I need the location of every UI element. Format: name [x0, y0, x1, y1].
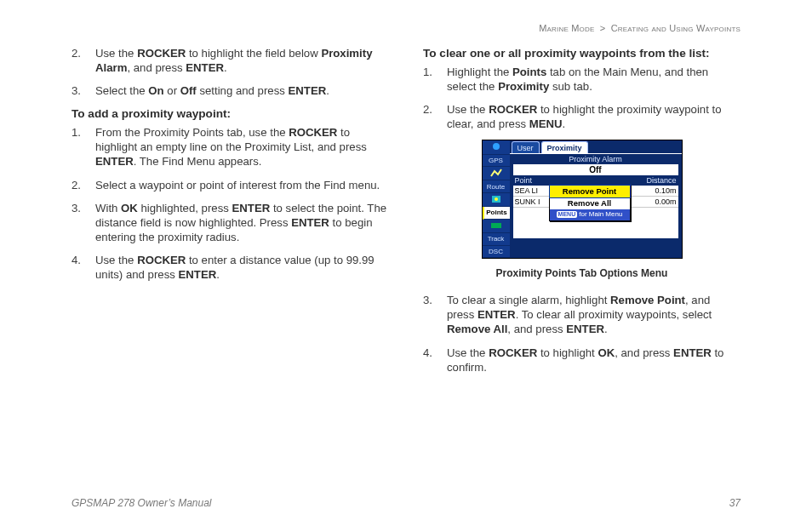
step-text: Use the ROCKER to enter a distance value…	[95, 254, 375, 281]
list-item: 4.Use the ROCKER to highlight OK, and pr…	[423, 346, 741, 374]
step-text: Use the ROCKER to highlight the field be…	[95, 47, 372, 74]
pre-steps: 2.Use the ROCKER to highlight the field …	[71, 46, 389, 98]
list-item: 1.Highlight the Points tab on the Main M…	[423, 65, 741, 94]
step-text: Use the ROCKER to highlight the proximit…	[447, 103, 722, 130]
route-tab-label: Route	[483, 180, 510, 193]
list-item: 4.Use the ROCKER to enter a distance val…	[71, 253, 389, 282]
manual-page: { "header": { "left": "Marine Mode", "se…	[0, 0, 812, 526]
list-item: 2.Use the ROCKER to highlight the proxim…	[423, 102, 741, 131]
track-icon	[483, 220, 510, 233]
device-left-tabs: GPS Route Points Track DSC	[483, 140, 510, 258]
points-icon	[483, 193, 510, 207]
cell-point: SUNK I	[515, 197, 540, 207]
cell-point: SEA LI	[515, 186, 539, 196]
running-header: Marine Mode > Creating and Using Waypoin…	[539, 22, 741, 34]
hint-text: for Main Menu	[579, 210, 622, 218]
list-item: 2.Select a waypoint or point of interest…	[71, 178, 389, 192]
clear-steps-b: 3.To clear a single alarm, highlight Rem…	[423, 293, 741, 374]
context-menu: Remove Point Remove All MENUfor Main Men…	[549, 185, 631, 220]
step-text: Select the On or Off setting and press E…	[95, 84, 329, 97]
step-text: Use the ROCKER to highlight OK, and pres…	[447, 346, 723, 374]
left-column: 2.Use the ROCKER to highlight the field …	[71, 46, 389, 478]
step-text: Select a waypoint or point of interest f…	[95, 179, 380, 192]
svg-point-0	[493, 143, 500, 150]
menu-item-remove-all: Remove All	[550, 197, 630, 209]
step-text: To clear a single alarm, highlight Remov…	[447, 294, 712, 335]
track-tab-label: Track	[483, 233, 510, 246]
heading-clear-prox: To clear one or all proximity waypoints …	[423, 46, 741, 61]
list-item: 1.From the Proximity Points tab, use the…	[71, 125, 389, 169]
prox-alarm-label: Proximity Alarm	[510, 154, 682, 164]
hint-button-label: MENU	[557, 211, 578, 218]
col-point: Point	[515, 176, 533, 186]
step-text: From the Proximity Points tab, use the R…	[95, 126, 367, 168]
gps-tab-label: GPS	[483, 155, 510, 168]
svg-rect-3	[491, 223, 501, 228]
prox-alarm-value: Off	[513, 164, 678, 175]
right-column: To clear one or all proximity waypoints …	[423, 46, 741, 478]
list-item: 3.With OK highlighted, press ENTER to se…	[71, 201, 389, 244]
footer-title: GPSMAP 278 Owner’s Manual	[71, 497, 212, 511]
header-mode: Marine Mode	[539, 23, 594, 33]
tab-proximity: Proximity	[541, 141, 588, 153]
cell-distance: 0.10m	[655, 186, 676, 196]
list-item: 3.To clear a single alarm, highlight Rem…	[423, 293, 741, 336]
heading-add-prox: To add a proximity waypoint:	[71, 106, 389, 122]
device-top-tabs: User Proximity	[510, 140, 682, 154]
step-text: Highlight the Points tab on the Main Men…	[447, 66, 708, 93]
figure-caption: Proximity Points Tab Options Menu	[423, 267, 741, 281]
step-text: With OK highlighted, press ENTER to sele…	[95, 202, 386, 243]
cell-distance: 0.00m	[655, 197, 676, 207]
points-tab-label: Points	[483, 207, 510, 220]
add-steps: 1.From the Proximity Points tab, use the…	[71, 125, 389, 282]
device-screenshot: GPS Route Points Track DSC User Proximit…	[482, 140, 683, 259]
list-item: 3.Select the On or Off setting and press…	[71, 83, 389, 98]
col-distance: Distance	[646, 176, 676, 186]
header-sep: >	[600, 23, 606, 33]
dsc-tab-label: DSC	[483, 246, 510, 259]
header-topic: Creating and Using Waypoints	[611, 23, 741, 33]
menu-hint: MENUfor Main Menu	[550, 209, 630, 220]
clear-steps-a: 1.Highlight the Points tab on the Main M…	[423, 65, 741, 132]
tab-user: User	[512, 141, 540, 153]
svg-point-2	[495, 197, 498, 201]
route-icon	[483, 167, 510, 180]
figure-wrap: GPS Route Points Track DSC User Proximit…	[423, 140, 741, 281]
menu-item-remove-point: Remove Point	[549, 185, 631, 198]
content-columns: 2.Use the ROCKER to highlight the field …	[71, 46, 741, 478]
page-footer: GPSMAP 278 Owner’s Manual 37	[71, 497, 741, 511]
footer-page-number: 37	[729, 497, 741, 511]
list-item: 2.Use the ROCKER to highlight the field …	[71, 46, 389, 75]
gps-icon	[483, 140, 510, 154]
